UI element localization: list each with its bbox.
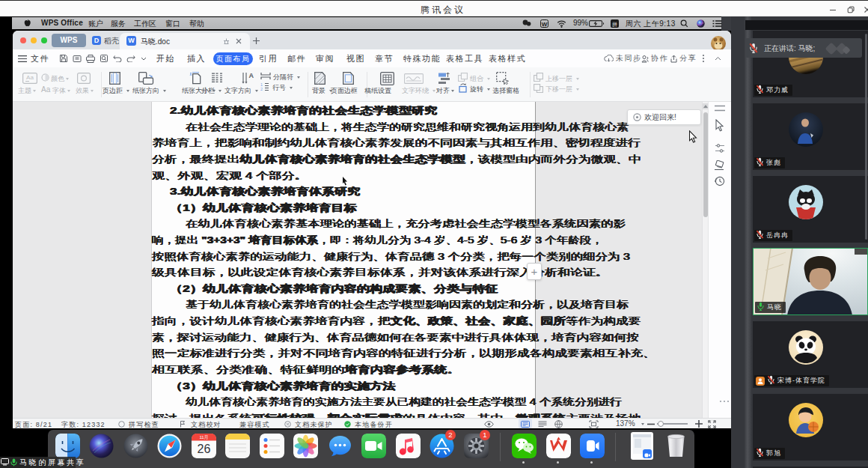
svg-text:W: W: [542, 20, 548, 27]
svg-text:A: A: [249, 72, 254, 79]
svg-text:11月: 11月: [199, 435, 208, 440]
svg-text:拼: 拼: [612, 21, 617, 26]
svg-text:2: 2: [260, 87, 263, 91]
svg-text:Aa: Aa: [26, 74, 34, 81]
svg-text:26: 26: [197, 443, 210, 455]
